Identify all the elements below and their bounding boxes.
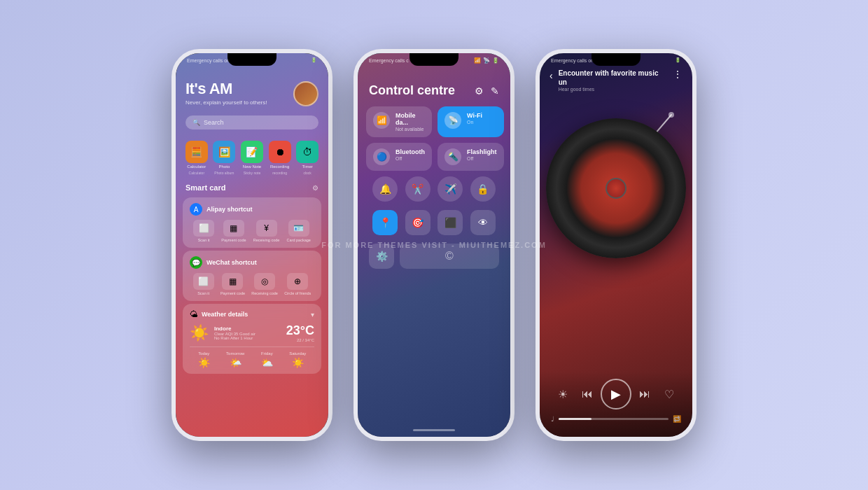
app-calculator-sublabel: Calculator	[189, 171, 205, 175]
edit-icon[interactable]: ✎	[491, 85, 499, 97]
bluetooth-name: Bluetooth	[396, 148, 425, 155]
wifi-status: On	[467, 120, 497, 125]
flashlight-status: Off	[467, 156, 497, 161]
mobile-data-name: Mobile da...	[396, 112, 425, 126]
wechat-circle[interactable]: ⊕ Circle of friends	[284, 273, 311, 295]
brightness-control[interactable]: ☀	[552, 383, 574, 405]
phone3-screen: Emergency calls only 🔋 ‹ Encounter with …	[540, 53, 692, 437]
expand-btn[interactable]: ⬛	[438, 210, 463, 235]
alipay-actions: ⬜ Scan it ▦ Payment code ¥ Receiving cod…	[190, 220, 314, 242]
flashlight-info: Flashlight Off	[467, 148, 497, 161]
wechat-scan-label: Scan it	[197, 291, 209, 295]
weather-rain: No Rain After 1 Hour	[214, 336, 281, 340]
more-options-button[interactable]: ⋮	[673, 69, 682, 80]
weather-temp-block: 23°C 22 / 34°C	[286, 323, 314, 342]
weather-temp: 23°C	[286, 323, 314, 338]
alipay-title: Alipay shortcut	[206, 206, 253, 213]
alipay-receiving[interactable]: ¥ Receiving code	[253, 220, 280, 242]
eye-btn[interactable]: 👁	[470, 210, 496, 235]
wechat-scan[interactable]: ⬜ Scan it	[193, 273, 214, 295]
play-icon: ▶	[611, 386, 621, 402]
circle-icon: ⊕	[287, 273, 308, 290]
battery-icon: 🔋	[311, 57, 317, 63]
music-controls: ☀ ⏮ ▶ ⏭ ♡ ♩ 🔁	[540, 372, 692, 437]
weather-expand-icon[interactable]: ▾	[311, 311, 314, 318]
wechat-payment[interactable]: ▦ Payment code	[220, 273, 245, 295]
phone-1: Emergency calls only 🔋 It's AM Never, ex…	[172, 49, 332, 441]
control-centre-title: Control centre	[369, 83, 455, 98]
day-friday: Friday ⛅	[261, 351, 273, 368]
tomorrow-label: Tomorrow	[226, 351, 244, 356]
app-newnote-sublabel: Sticky note	[244, 171, 260, 175]
next-button[interactable]: ⏭	[634, 383, 656, 405]
next-icon: ⏭	[639, 388, 650, 400]
app-timer[interactable]: ⏱ Timer clock	[294, 141, 321, 175]
mobile-data-tile[interactable]: 📶 Mobile da... Not available	[366, 106, 432, 137]
card-icon: 🪪	[288, 220, 309, 237]
play-button[interactable]: ▶	[601, 379, 631, 410]
wechat-card: 💬 WeChat shortcut ⬜ Scan it ▦ Payment co…	[183, 251, 321, 301]
tomorrow-icon: 🌤️	[230, 357, 241, 368]
control-centre-icons: ⚙ ✎	[475, 85, 499, 97]
sun-icon: ☀️	[190, 324, 209, 342]
app-photo[interactable]: 🖼️ Photo Photo album	[211, 141, 237, 175]
lock-btn[interactable]: 🔒	[470, 176, 496, 202]
day-tomorrow: Tomorrow 🌤️	[226, 351, 244, 368]
airplane-btn[interactable]: ✈️	[438, 176, 463, 202]
progress-track[interactable]	[559, 418, 668, 420]
alipay-scan-label: Scan it	[198, 238, 210, 242]
music-icon: ©	[445, 250, 454, 262]
music-widget[interactable]: ©	[400, 244, 499, 269]
phone-3: Emergency calls only 🔋 ‹ Encounter with …	[536, 49, 696, 441]
heart-button[interactable]: ♡	[658, 383, 680, 405]
wifi-status-icon: 📡	[483, 57, 490, 64]
weather-city: Indore	[214, 326, 281, 332]
screenshot-btn[interactable]: ✂️	[405, 176, 430, 202]
flashlight-tile[interactable]: 🔦 Flashlight Off	[438, 143, 504, 171]
saturday-icon: ☀️	[292, 357, 304, 368]
alipay-card-pkg[interactable]: 🪪 Card package	[287, 220, 311, 242]
location-btn[interactable]: 📍	[372, 210, 398, 235]
phone2-notch	[410, 53, 458, 66]
alipay-receiving-label: Receiving code	[253, 238, 280, 242]
prev-icon: ⏮	[582, 388, 593, 400]
settings-btn[interactable]: ⚙️	[369, 244, 394, 269]
song-title-block: Encounter with favorite music un Hear go…	[553, 69, 673, 92]
svg-point-1	[668, 112, 674, 118]
focus-btn[interactable]: 🎯	[405, 210, 430, 235]
weather-card: 🌤 Weather details ▾ ☀️ Indore Clear AQI:…	[183, 304, 321, 374]
flashlight-icon: 🔦	[444, 148, 461, 165]
today-label: Today	[198, 351, 209, 356]
phone1-search[interactable]: 🔍 Search	[186, 115, 318, 130]
mobile-data-icon: 📶	[373, 112, 390, 129]
smart-card-label: Smart card	[186, 183, 225, 192]
music-player-header: ‹ Encounter with favorite music un Hear …	[540, 64, 692, 97]
friday-icon: ⛅	[261, 357, 273, 368]
wifi-tile[interactable]: 📡 Wi-Fi On	[438, 106, 504, 137]
app-newnote[interactable]: 📝 New Note Sticky note	[239, 141, 265, 175]
today-icon: ☀️	[198, 357, 210, 368]
bluetooth-tile[interactable]: 🔵 Bluetooth Off	[366, 143, 432, 171]
wechat-pay-icon: ▦	[222, 273, 243, 290]
song-sub: Hear good times	[559, 87, 667, 92]
phone1-screen: Emergency calls only 🔋 It's AM Never, ex…	[176, 53, 328, 437]
alipay-payment[interactable]: ▦ Payment code	[221, 220, 246, 242]
phone1-avatar	[293, 81, 318, 106]
alipay-scan[interactable]: ⬜ Scan it	[193, 220, 214, 242]
vinyl-area	[540, 97, 692, 279]
app-photo-label: Photo	[219, 164, 230, 169]
app-calculator[interactable]: 🧮 Calculator Calculator	[183, 141, 210, 175]
repeat-icon: 🔁	[673, 415, 681, 423]
prev-button[interactable]: ⏮	[576, 383, 598, 405]
bluetooth-status: Off	[396, 156, 425, 161]
app-timer-label: Timer	[302, 164, 313, 169]
wechat-receiving[interactable]: ◎ Receiving code	[251, 273, 278, 295]
notification-btn[interactable]: 🔔	[372, 176, 398, 202]
smart-card-settings-icon: ⚙	[312, 184, 318, 192]
recording-icon: ⏺	[269, 141, 291, 163]
app-recording[interactable]: ⏺ Recording recording	[267, 141, 293, 175]
wechat-payment-label: Payment code	[220, 291, 245, 295]
phone2-screen: Emergency calls c 📶 📡 🔋 Control centre ⚙…	[358, 53, 510, 437]
settings-gear-icon[interactable]: ⚙	[475, 85, 484, 97]
phone3-battery-icon: 🔋	[675, 57, 681, 63]
